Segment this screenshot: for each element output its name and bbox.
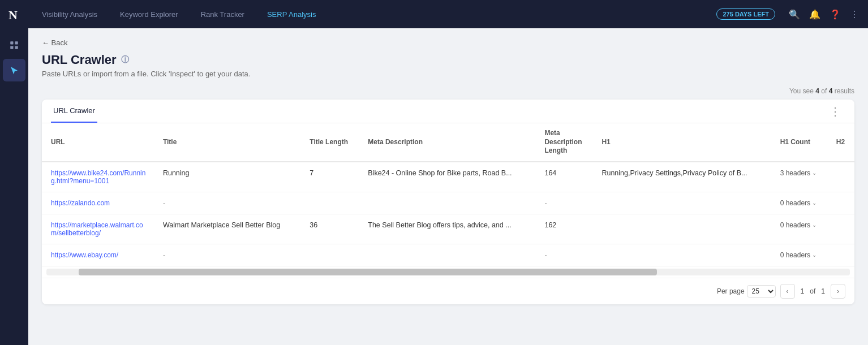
table-cell-0: https://www.ebay.com/ [42, 244, 156, 266]
table-cell-6[interactable]: 0 headers ⌄ [774, 214, 830, 244]
per-page-dropdown[interactable]: 25 50 100 [747, 285, 776, 297]
nav-visibility-analysis[interactable]: Visibility Analysis [37, 8, 102, 21]
table-tabs: URL Crawler ⋮ [42, 100, 854, 123]
table-row: https://marketplace.walmart.com/sellbett… [42, 214, 854, 244]
table-menu-icon[interactable]: ⋮ [825, 100, 845, 123]
table-cell-3 [361, 244, 538, 266]
table-cell-5: Running,Privacy Settings,Privacy Policy … [595, 162, 773, 192]
table-cell-2: 7 [303, 162, 361, 192]
page-navigation: ‹ 1 of 1 › [780, 284, 845, 299]
table-cell-7 [830, 214, 854, 244]
table-cell-3: The Sell Better Blog offers tips, advice… [361, 214, 538, 244]
per-page-label: Per page [717, 287, 745, 295]
apps-icon[interactable]: ⋮ [850, 9, 859, 20]
table-cell-4: - [538, 192, 595, 214]
total-pages: 1 [819, 287, 827, 295]
page-title-text: URL Crawler [42, 53, 117, 67]
page-subtitle: Paste URLs or import from a file. Click … [42, 70, 854, 78]
headers-badge[interactable]: 0 headers ⌄ [780, 221, 817, 229]
table-cell-4: 162 [538, 214, 595, 244]
page-content: ← Back URL Crawler ⓘ Paste URLs or impor… [28, 28, 868, 345]
col-h1[interactable]: H1 [595, 123, 773, 162]
back-link[interactable]: ← Back [42, 38, 68, 47]
table-cell-6[interactable]: 3 headers ⌄ [774, 162, 830, 192]
table-cell-2 [303, 192, 361, 214]
table-row: https://www.bike24.com/Running.html?menu… [42, 162, 854, 192]
sidebar-item-grid[interactable] [3, 34, 25, 57]
table-cell-1: - [156, 192, 303, 214]
svg-text:N: N [8, 8, 18, 22]
col-meta-desc-length[interactable]: Meta Description Length [538, 123, 595, 162]
bell-icon[interactable]: 🔔 [809, 9, 820, 20]
col-h2[interactable]: H2 [830, 123, 854, 162]
table-card: URL Crawler ⋮ URL Title Title Length Met… [42, 100, 854, 304]
svg-rect-4 [15, 46, 18, 49]
nav-rank-tracker[interactable]: Rank Tracker [196, 8, 249, 21]
topnav: Visibility Analysis Keyword Explorer Ran… [28, 0, 868, 28]
info-icon[interactable]: ⓘ [121, 55, 129, 65]
table-header-row: URL Title Title Length Meta Description … [42, 123, 854, 162]
col-url[interactable]: URL [42, 123, 156, 162]
page-title: URL Crawler ⓘ [42, 53, 854, 67]
table-cell-7 [830, 192, 854, 214]
svg-rect-2 [15, 41, 18, 44]
nav-keyword-explorer[interactable]: Keyword Explorer [115, 8, 183, 21]
table-cell-2 [303, 244, 361, 266]
tab-url-crawler[interactable]: URL Crawler [51, 100, 97, 123]
search-icon[interactable]: 🔍 [789, 9, 800, 20]
table-scrollbar[interactable] [42, 266, 854, 275]
sidebar: N [0, 0, 28, 345]
table-cell-7 [830, 244, 854, 266]
headers-badge[interactable]: 0 headers ⌄ [780, 199, 817, 207]
headers-badge[interactable]: 0 headers ⌄ [780, 251, 817, 259]
table-cell-7 [830, 162, 854, 192]
table-cell-1: - [156, 244, 303, 266]
table-cell-3 [361, 192, 538, 214]
table-row: https://www.ebay.com/--0 headers ⌄ [42, 244, 854, 266]
table-cell-4: 164 [538, 162, 595, 192]
current-page: 1 [798, 287, 807, 295]
pagination: Per page 25 50 100 ‹ 1 of 1 › [42, 278, 854, 304]
table-cell-5 [595, 214, 773, 244]
table-cell-0: https://www.bike24.com/Running.html?menu… [42, 162, 156, 192]
table-cell-6[interactable]: 0 headers ⌄ [774, 192, 830, 214]
table-cell-2: 36 [303, 214, 361, 244]
table-cell-1: Walmart Marketplace Sell Better Blog [156, 214, 303, 244]
days-left-badge: 275 DAYS LEFT [716, 8, 775, 20]
table-container: URL Title Title Length Meta Description … [42, 123, 854, 266]
col-meta-desc[interactable]: Meta Description [361, 123, 538, 162]
data-table: URL Title Title Length Meta Description … [42, 123, 854, 266]
prev-page-button[interactable]: ‹ [780, 284, 795, 299]
headers-badge[interactable]: 3 headers ⌄ [780, 169, 817, 177]
of-label: of [810, 287, 815, 295]
table-cell-1: Running [156, 162, 303, 192]
topnav-icons: 🔍 🔔 ❓ ⋮ [789, 9, 859, 20]
table-row: https://zalando.com--0 headers ⌄ [42, 192, 854, 214]
next-page-button[interactable]: › [831, 284, 845, 299]
main-wrapper: Visibility Analysis Keyword Explorer Ran… [28, 0, 868, 345]
table-cell-5 [595, 192, 773, 214]
table-cell-3: Bike24 - Online Shop for Bike parts, Roa… [361, 162, 538, 192]
col-h1-count[interactable]: H1 Count [774, 123, 830, 162]
help-icon[interactable]: ❓ [830, 9, 841, 20]
col-title[interactable]: Title [156, 123, 303, 162]
svg-rect-1 [10, 41, 13, 44]
sidebar-item-cursor[interactable] [3, 59, 25, 81]
table-cell-4: - [538, 244, 595, 266]
svg-rect-3 [10, 46, 13, 49]
col-title-length[interactable]: Title Length [303, 123, 361, 162]
table-cell-0: https://marketplace.walmart.com/sellbett… [42, 214, 156, 244]
results-count: You see 4 of 4 results [42, 87, 854, 95]
table-cell-6[interactable]: 0 headers ⌄ [774, 244, 830, 266]
app-logo[interactable]: N [4, 5, 24, 25]
nav-serp-analysis[interactable]: SERP Analysis [263, 8, 320, 21]
table-cell-5 [595, 244, 773, 266]
table-cell-0: https://zalando.com [42, 192, 156, 214]
per-page-select: Per page 25 50 100 [717, 285, 776, 297]
